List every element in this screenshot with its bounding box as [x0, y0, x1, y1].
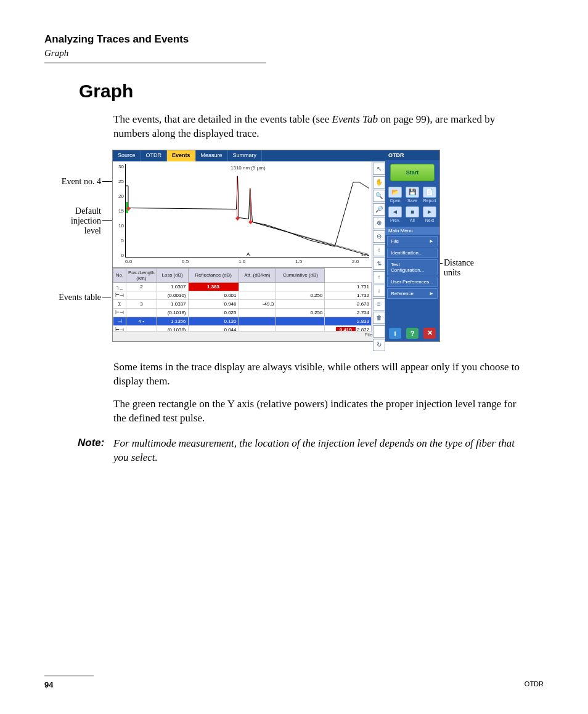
x-tick: 2.0: [352, 259, 359, 264]
bottom-button-row: i ? ✕: [385, 327, 439, 340]
row-type-icon: ⊢⊣: [113, 308, 126, 317]
cell-pos: 1.0337: [157, 299, 188, 308]
start-button[interactable]: Start: [390, 164, 435, 181]
cell-no: 3: [126, 299, 157, 308]
tool-strip: ↖✋🔍🔎⊕⊖↕⇅↑↓≡🗑↻: [372, 161, 386, 333]
page-footer: 94 OTDR: [44, 675, 544, 689]
table-row[interactable]: Σ31.03370.946-49.32.678: [113, 299, 372, 308]
callout-line: [102, 298, 111, 298]
cell-no: 2: [126, 282, 157, 291]
y-tick: 10: [118, 223, 124, 229]
tool-button[interactable]: ⇅: [373, 258, 385, 270]
tab-otdr[interactable]: OTDR: [141, 150, 168, 161]
cell-refl: [239, 282, 276, 291]
tool-button[interactable]: ↓: [373, 285, 385, 297]
cell-loss: 0.025: [188, 308, 239, 317]
side-button-report[interactable]: 📄Report: [423, 187, 436, 203]
tool-button[interactable]: 🔎: [373, 203, 385, 216]
row-type-icon: ┐_: [113, 282, 126, 291]
y-tick: 30: [118, 164, 124, 169]
cell-cum: 2.704: [325, 308, 372, 317]
column-header[interactable]: Pos./Length (km): [126, 268, 157, 282]
report-icon: 📄: [423, 187, 436, 198]
tab-measure[interactable]: Measure: [196, 150, 228, 161]
column-header[interactable]: No.: [113, 268, 126, 282]
tab-summary[interactable]: Summary: [228, 150, 263, 161]
tool-button[interactable]: ⊖: [373, 230, 385, 243]
cell-att: 0.250: [276, 308, 325, 317]
trace-line: [126, 164, 369, 257]
side-button-next[interactable]: ►Next: [423, 206, 436, 222]
row-type-icon: ⊣: [113, 317, 126, 325]
x-axis-unit: km: [361, 252, 368, 258]
x-tick: 0.5: [182, 259, 189, 264]
all-icon: ■: [406, 206, 419, 217]
tool-button[interactable]: 🗑: [373, 312, 385, 324]
tool-button[interactable]: ↖: [373, 163, 385, 175]
chapter-subtitle: Graph: [44, 48, 544, 59]
table-row[interactable]: ⊢⊣(0.1018)0.0250.2502.704: [113, 308, 372, 317]
info-button[interactable]: i: [389, 328, 401, 339]
tool-button[interactable]: 🔍: [373, 190, 385, 202]
graph-area: 302520151050 1310 nm (9 µm): [113, 161, 372, 267]
y-axis: 302520151050: [114, 164, 124, 256]
save-icon: 💾: [406, 187, 419, 198]
menu-item-identification[interactable]: Identification...: [387, 248, 438, 258]
help-button[interactable]: ?: [406, 328, 419, 339]
tool-button[interactable]: ↑: [373, 271, 385, 283]
column-header[interactable]: Reflectance (dB): [188, 268, 239, 282]
chevron-right-icon: ►: [429, 291, 434, 296]
chapter-title: Analyzing Traces and Events: [44, 33, 544, 46]
menu-item-label: Reference: [391, 291, 414, 296]
side-header: OTDR: [385, 150, 439, 160]
tool-button[interactable]: ↻: [373, 339, 385, 351]
tool-button[interactable]: ≡: [373, 298, 385, 310]
column-header[interactable]: Cumulative (dB): [276, 268, 325, 282]
column-header[interactable]: Loss (dB): [157, 268, 188, 282]
para1-a: The events, that are detailed in the eve…: [113, 113, 332, 125]
cell-no: [126, 291, 157, 299]
table-row[interactable]: ⊣4 •1.13560.1302.833: [113, 317, 372, 325]
menu-item-file[interactable]: File►: [387, 236, 438, 246]
table-row[interactable]: ⊢⊣(0.0030)0.0010.2501.732: [113, 291, 372, 299]
side-button-save[interactable]: 💾Save: [406, 187, 419, 203]
table-row[interactable]: ┐_21.03071.3831.731: [113, 282, 372, 291]
tool-button[interactable]: ⊕: [373, 217, 385, 229]
cell-cum: 1.732: [325, 291, 372, 299]
cell-no: [126, 308, 157, 317]
side-button-open[interactable]: 📂Open: [388, 187, 402, 203]
close-button[interactable]: ✕: [423, 328, 436, 339]
open-icon: 📂: [388, 187, 402, 198]
cell-pos: 1.0307: [157, 282, 188, 291]
tool-button[interactable]: [373, 325, 385, 338]
note-label: Note:: [78, 437, 113, 465]
tool-button[interactable]: ↕: [373, 244, 385, 256]
side-panel: OTDR Start 📂Open💾Save📄Report ◄Prev.■All►…: [385, 150, 439, 341]
side-button-prev[interactable]: ◄Prev.: [388, 206, 402, 222]
row-type-icon: ⊢⊣: [113, 291, 126, 299]
cell-cum: 1.731: [325, 282, 372, 291]
paragraph-2: Some items in the trace display are alwa…: [44, 360, 544, 389]
cell-loss: 0.946: [188, 299, 239, 308]
tab-source[interactable]: Source: [113, 150, 141, 161]
product-name: OTDR: [525, 680, 544, 689]
menu-item-reference[interactable]: Reference►: [387, 288, 438, 299]
menu-item-userpreferences[interactable]: User Preferences...: [387, 277, 438, 287]
next-icon: ►: [423, 206, 436, 217]
cell-loss: 0.130: [188, 317, 239, 325]
callout-events-table: Events table: [39, 293, 101, 302]
cell-refl: [239, 317, 276, 325]
side-button-all[interactable]: ■All: [406, 206, 419, 222]
column-header[interactable]: Att. (dB/km): [239, 268, 276, 282]
tab-events[interactable]: Events: [167, 150, 196, 161]
plot: 1310 nm (9 µm) A: [125, 164, 369, 258]
row-type-icon: Σ: [113, 299, 126, 308]
menu-header: Main Menu: [385, 227, 439, 235]
callout-injection: Default injection level: [39, 206, 101, 236]
note-body: For multimode measurement, the location …: [113, 437, 531, 465]
x-tick: 1.0: [239, 259, 245, 264]
x-axis: 0.00.51.01.52.0: [125, 259, 369, 266]
menu-item-testconfiguration[interactable]: Test Configuration...: [387, 259, 438, 275]
tool-button[interactable]: ✋: [373, 176, 385, 189]
prev.-icon: ◄: [388, 206, 402, 217]
